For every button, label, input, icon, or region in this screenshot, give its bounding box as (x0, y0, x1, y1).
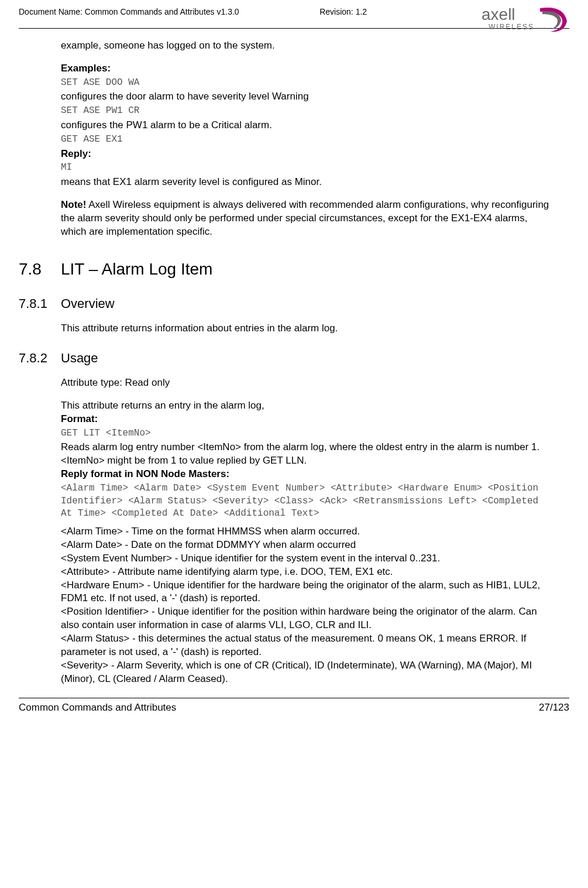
heading-7-8: 7.8 LIT – Alarm Log Item (19, 260, 552, 279)
logo: axell WIRELESS (482, 4, 569, 36)
examples-label: Examples: (61, 62, 552, 76)
subheading-title: Usage (61, 351, 98, 366)
example2-desc: configures the PW1 alarm to be a Critica… (61, 119, 552, 132)
reply-label: Reply: (61, 148, 552, 161)
intro-fragment: example, someone has logged on to the sy… (61, 39, 552, 53)
subheading-number: 7.8.1 (19, 296, 61, 311)
example3-cmd: GET ASE EX1 (61, 133, 552, 146)
logo-brand-text: axell (482, 5, 515, 23)
heading-7-8-1: 7.8.1 Overview (19, 296, 552, 311)
footer-page-number: 27/123 (539, 702, 569, 714)
footer-title: Common Commands and Attributes (19, 702, 176, 714)
reply-format-mono: <Alarm Time> <Alarm Date> <System Event … (61, 482, 552, 520)
field-descriptions: <Alarm Time> - Time on the format HHMMSS… (61, 525, 552, 686)
format-cmd: GET LIT <ItemNo> (61, 427, 552, 440)
revision: Revision: 1.2 (319, 6, 482, 16)
subheading-number: 7.8.2 (19, 351, 61, 366)
example2-cmd: SET ASE PW1 CR (61, 105, 552, 118)
logo-sub-text: WIRELESS (489, 23, 534, 31)
content-area: example, someone has logged on to the sy… (19, 29, 569, 686)
page-header: Document Name: Common Commands and Attri… (19, 6, 569, 29)
doc-name: Document Name: Common Commands and Attri… (19, 6, 319, 16)
example1-desc: configures the door alarm to have severi… (61, 90, 552, 104)
reply-format-label: Reply format in NON Node Masters: (61, 468, 552, 481)
example1-cmd: SET ASE DOO WA (61, 77, 552, 90)
page-footer: Common Commands and Attributes 27/123 (19, 698, 569, 714)
usage-intro: This attribute returns an entry in the a… (61, 399, 552, 413)
format-desc: Reads alarm log entry number <ItemNo> fr… (61, 441, 552, 468)
note-label: Note! (61, 199, 86, 210)
heading-title: LIT – Alarm Log Item (61, 260, 212, 279)
subheading-title: Overview (61, 296, 115, 311)
note-text: Axell Wireless equipment is always deliv… (61, 199, 549, 237)
overview-body: This attribute returns information about… (61, 322, 552, 335)
format-label: Format: (61, 413, 552, 426)
attribute-type: Attribute type: Read only (61, 376, 552, 390)
reply-value: MI (61, 162, 552, 174)
heading-7-8-2: 7.8.2 Usage (19, 351, 552, 366)
note-block: Note! Axell Wireless equipment is always… (61, 198, 552, 239)
logo-swirl-icon (540, 8, 567, 32)
heading-number: 7.8 (19, 260, 61, 279)
reply-desc: means that EX1 alarm severity level is c… (61, 176, 552, 189)
